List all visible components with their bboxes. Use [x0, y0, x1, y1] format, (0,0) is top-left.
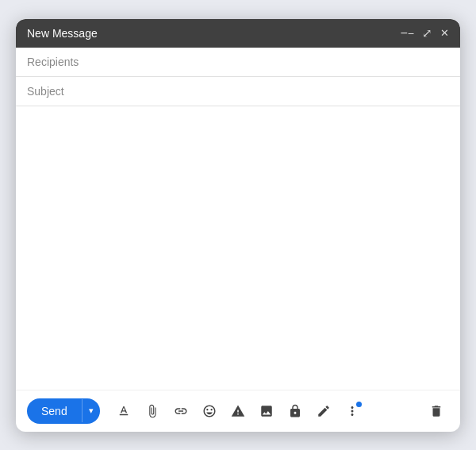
link-button[interactable] — [168, 398, 194, 424]
subject-row — [16, 77, 460, 106]
send-button[interactable]: Send — [27, 398, 82, 424]
compose-fields — [16, 48, 460, 106]
minimize-button[interactable]: − — [400, 27, 414, 40]
compose-body[interactable] — [16, 106, 460, 390]
compose-footer: Send ▾ — [16, 390, 460, 432]
compose-title: New Message — [27, 27, 98, 40]
send-button-group: Send ▾ — [27, 398, 100, 424]
emoji-icon — [202, 404, 217, 418]
drive-button[interactable] — [225, 398, 251, 424]
discard-button[interactable] — [424, 398, 449, 424]
attach-button[interactable] — [140, 398, 165, 424]
delete-icon — [429, 404, 443, 418]
emoji-button[interactable] — [197, 398, 222, 424]
photo-icon — [259, 404, 274, 418]
body-textarea[interactable] — [27, 114, 449, 382]
signature-button[interactable] — [311, 398, 336, 424]
lock-icon — [288, 404, 302, 418]
pen-icon — [317, 404, 331, 418]
link-icon — [174, 404, 188, 418]
dropdown-arrow-icon: ▾ — [89, 406, 94, 416]
subject-input[interactable] — [27, 85, 449, 98]
recipients-row — [16, 48, 460, 77]
recipients-input[interactable] — [27, 56, 449, 68]
lock-button[interactable] — [282, 398, 308, 424]
send-dropdown-button[interactable]: ▾ — [82, 399, 100, 422]
header-actions: − ⤢ ✕ — [400, 27, 449, 40]
drive-icon — [231, 404, 245, 418]
compose-header: New Message − ⤢ ✕ — [16, 19, 460, 48]
more-vert-icon — [345, 404, 359, 418]
compose-window: New Message − ⤢ ✕ Send ▾ — [16, 19, 460, 432]
toolbar-icons — [111, 398, 413, 424]
photo-button[interactable] — [254, 398, 279, 424]
text-format-icon — [117, 404, 131, 418]
expand-button[interactable]: ⤢ — [422, 27, 432, 39]
close-button[interactable]: ✕ — [440, 28, 449, 38]
formatting-button[interactable] — [111, 398, 136, 424]
more-options-button[interactable] — [340, 398, 365, 424]
attach-icon — [145, 404, 159, 418]
